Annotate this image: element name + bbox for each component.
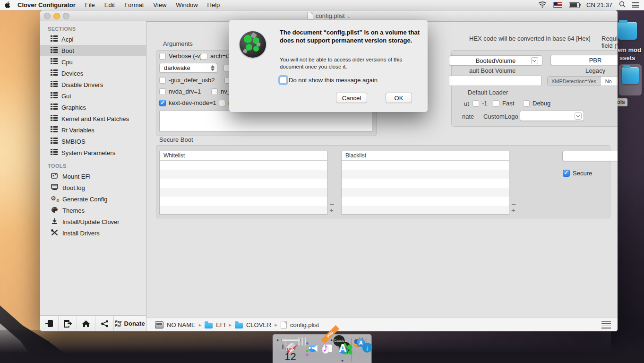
breadcrumb-efi[interactable]: EFI xyxy=(205,321,225,328)
blacklist-table[interactable]: Blacklist xyxy=(341,151,509,215)
gears-icon: ⚙⚙ xyxy=(51,195,59,203)
breadcrumb-file[interactable]: config.plist xyxy=(281,321,319,328)
kext-dev-mode-checkbox[interactable]: kext-dev-mode=1 xyxy=(159,99,216,106)
sidebar-section-item[interactable]: Acpi xyxy=(40,34,146,45)
sidebar-section-item[interactable]: System Parameters xyxy=(40,147,146,158)
do-not-show-again-checkbox[interactable]: Do not show this message again xyxy=(280,77,378,84)
download-icon xyxy=(51,218,59,225)
dock-item-notes[interactable] xyxy=(299,338,300,345)
menu-item[interactable]: Format xyxy=(124,1,144,9)
timeout-label: ut xyxy=(464,100,469,107)
ok-button[interactable]: OK xyxy=(386,93,412,103)
screen: em mod ssets ols Clover Configurator Fil… xyxy=(0,0,644,363)
timeout-debug-checkbox[interactable]: Debug xyxy=(523,100,550,107)
arguments-label: Arguments xyxy=(163,40,193,47)
timeout-minus1-checkbox[interactable]: -1 xyxy=(472,100,488,107)
tools-header: TOOLS xyxy=(40,158,146,171)
secure-checkbox[interactable]: Secure xyxy=(563,170,592,177)
xmp-no-segment[interactable]: No xyxy=(601,77,617,86)
running-indicator xyxy=(330,339,332,341)
menu-clock[interactable]: CN 21:37 xyxy=(586,1,612,9)
apple-menu-icon[interactable] xyxy=(5,1,11,9)
secure-boot-policy-select[interactable] xyxy=(562,151,618,161)
list-icon xyxy=(51,81,58,88)
running-indicator xyxy=(335,339,337,341)
customlogo-select[interactable] xyxy=(520,111,584,121)
menu-item[interactable]: Window xyxy=(176,1,197,9)
xmp-detection-segmented[interactable]: XMPDetection=Yes No 1 2 xyxy=(547,76,618,86)
dock-item-minimized-window-appstore[interactable]: A xyxy=(362,338,363,345)
sidebar-tool-generate-config[interactable]: ⚙⚙ Generate Config xyxy=(40,193,146,205)
sidebar-section-item[interactable]: Devices xyxy=(40,68,146,79)
menu-app-name[interactable]: Clover Configurator xyxy=(17,1,76,9)
menu-item[interactable]: File xyxy=(85,1,95,9)
notification-center-icon[interactable] xyxy=(632,1,639,9)
import-config-button[interactable] xyxy=(40,316,59,331)
default-boot-volume-select[interactable]: BootedVolume xyxy=(449,55,542,66)
sidebar-section-item[interactable]: Kernel and Kext Patches xyxy=(40,113,146,124)
sidebar-section-item[interactable]: Gui xyxy=(40,90,146,102)
sidebar-section-item[interactable]: Disable Drivers xyxy=(40,79,146,90)
sidebar: SECTIONS Acpi Boot Cpu xyxy=(40,21,146,331)
sidebar-section-item[interactable]: SMBIOS xyxy=(40,136,146,147)
whitelist-table[interactable]: Whitelist xyxy=(159,151,327,215)
sidebar-section-item[interactable]: Boot xyxy=(40,45,146,56)
title-chevron-icon[interactable]: ⌄ xyxy=(347,14,351,19)
breadcrumb-separator: ▸ xyxy=(275,322,277,328)
sidebar-tool-mount-efi[interactable]: Mount EFI xyxy=(40,171,146,182)
sidebar-section-item[interactable]: Graphics xyxy=(40,102,146,113)
list-icon xyxy=(51,35,58,43)
dock-item-app-store[interactable]: A xyxy=(338,338,346,358)
breadcrumb-separator: ▸ xyxy=(199,322,202,328)
blacklist-add-button[interactable]: + xyxy=(511,207,515,213)
desktop-folder-icon[interactable] xyxy=(618,22,637,40)
sidebar-section-item[interactable]: Rt Variables xyxy=(40,124,146,136)
share-button[interactable] xyxy=(95,316,114,331)
status-bar: NO NAME ▸ EFI ▸ CLOVER ▸ config.plist xyxy=(146,318,618,331)
list-icon xyxy=(51,126,58,134)
arguments-textarea[interactable] xyxy=(159,111,372,132)
breadcrumb-clover[interactable]: CLOVER xyxy=(235,321,271,328)
verbose-checkbox[interactable]: Verbose (-v) xyxy=(159,52,202,60)
darkwake-select[interactable]: darkwake xyxy=(159,63,217,73)
input-source-flag-icon[interactable] xyxy=(553,2,562,8)
sidebar-tool-themes[interactable]: Themes xyxy=(40,205,146,216)
appstore-badge-icon: A xyxy=(357,338,365,347)
status-menu-icon[interactable] xyxy=(601,320,611,330)
dock: THG 7 12 ••• xyxy=(272,334,372,363)
list-icon xyxy=(51,92,58,100)
wifi-icon[interactable] xyxy=(538,1,547,9)
menu-item[interactable]: Help xyxy=(207,1,220,9)
sidebar-section-item[interactable]: Cpu xyxy=(40,56,146,68)
battery-icon[interactable] xyxy=(569,2,580,8)
list-icon xyxy=(51,58,58,66)
breadcrumb-volume[interactable]: NO NAME xyxy=(155,321,196,328)
document-icon xyxy=(307,12,313,19)
export-config-button[interactable] xyxy=(59,316,77,331)
menu-item[interactable]: View xyxy=(153,1,166,9)
dock-item-calendar[interactable]: THG 7 12 xyxy=(284,338,296,363)
timeout-fast-checkbox[interactable]: Fast xyxy=(493,100,514,107)
home-button[interactable] xyxy=(77,316,95,331)
nvda-drv-checkbox[interactable]: nvda_drv=1 xyxy=(159,88,201,95)
sidebar-tool-install-update[interactable]: Install/Update Clover xyxy=(40,216,146,227)
legacy-select[interactable]: PBR xyxy=(550,55,618,65)
donate-button[interactable]: PayPal Donate xyxy=(114,316,146,331)
export-icon xyxy=(63,320,72,328)
window-title: config.plist⌄ xyxy=(40,12,618,19)
cancel-button[interactable]: Cancel xyxy=(336,93,367,103)
blacklist-header: Blacklist xyxy=(342,151,509,161)
menu-item[interactable]: Edit xyxy=(104,1,115,9)
whitelist-add-button[interactable]: + xyxy=(329,207,334,213)
gux-defer-usb2-checkbox[interactable]: -gux_defer_usb2 xyxy=(159,77,215,84)
monitor-icon xyxy=(51,184,59,191)
default-loader-field[interactable] xyxy=(449,76,541,86)
xmp-1-segment[interactable]: 1 xyxy=(617,77,618,86)
sidebar-tool-bootlog[interactable]: Boot.log xyxy=(40,182,146,193)
spotlight-icon[interactable] xyxy=(619,1,626,9)
sidebar-tool-install-drivers[interactable]: Install Drivers xyxy=(40,227,146,239)
dock-item-reminders[interactable] xyxy=(302,338,303,345)
dock-item-photos[interactable] xyxy=(305,338,306,345)
dock-item-trash[interactable] xyxy=(366,338,367,345)
desktop-folder-icon[interactable] xyxy=(622,67,639,84)
